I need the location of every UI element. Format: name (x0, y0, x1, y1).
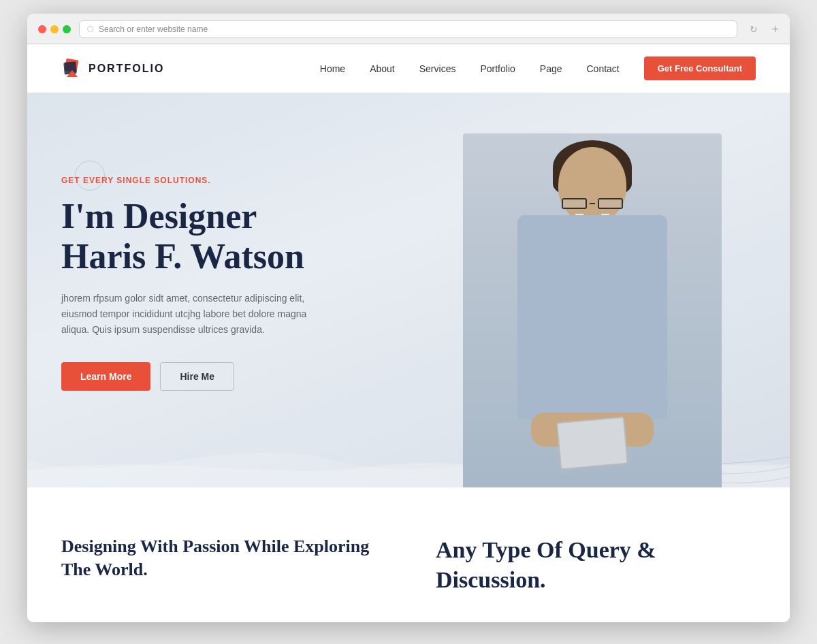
hero-title-line2: Haris F. Watson (61, 237, 304, 276)
learn-more-button[interactable]: Learn More (61, 362, 150, 391)
hero-title-line1: I'm Designer (61, 197, 257, 236)
below-left-title: Designing With Passion While Exploring T… (61, 535, 381, 581)
person-shirt (517, 215, 667, 419)
browser-window: Search or enter website name ↻ + PORTFOL… (27, 14, 790, 622)
search-icon (86, 25, 95, 33)
below-hero-section: Designing With Passion While Exploring T… (27, 487, 790, 622)
glass-bridge (590, 203, 594, 204)
below-right: Any Type Of Query & Discussion. (436, 535, 756, 595)
nav-services[interactable]: Services (419, 63, 456, 74)
nav-portfolio[interactable]: Portfolio (480, 63, 515, 74)
website: PORTFOLIO Home About Services Portfolio … (27, 44, 790, 622)
nav-contact[interactable]: Contact (587, 63, 620, 74)
logo-icon (61, 58, 83, 80)
logo: PORTFOLIO (61, 58, 164, 80)
browser-address-bar[interactable]: Search or enter website name (79, 20, 737, 38)
dot-yellow[interactable] (50, 25, 59, 33)
person-figure (463, 133, 722, 487)
person-tablet (556, 417, 628, 470)
hero-description: jhorem rfpsum golor sidt amet, consectet… (61, 291, 320, 338)
logo-text: PORTFOLIO (89, 63, 164, 75)
dot-red[interactable] (38, 25, 46, 33)
refresh-icon[interactable]: ↻ (750, 24, 758, 35)
address-text: Search or enter website name (99, 25, 208, 34)
browser-dots (38, 25, 71, 33)
nav-links: Home About Services Portfolio Page Conta… (320, 57, 756, 80)
below-left: Designing With Passion While Exploring T… (61, 535, 381, 595)
svg-point-0 (88, 27, 93, 32)
below-right-title: Any Type Of Query & Discussion. (436, 535, 756, 595)
hero-section: GET EVERY SINGLE SOLUTIONS. I'm Designer… (27, 93, 790, 487)
get-free-consultant-button[interactable]: Get Free Consultant (644, 57, 756, 80)
dot-green[interactable] (63, 25, 71, 33)
hero-person-image (449, 120, 735, 487)
nav-about[interactable]: About (370, 63, 395, 74)
glass-left (562, 198, 587, 209)
hero-title: I'm Designer Haris F. Watson (61, 196, 388, 278)
hire-me-button[interactable]: Hire Me (160, 362, 234, 391)
nav-home[interactable]: Home (320, 63, 345, 74)
person-head (558, 147, 626, 222)
new-tab-icon[interactable]: + (771, 23, 779, 35)
nav-page[interactable]: Page (540, 63, 562, 74)
navbar: PORTFOLIO Home About Services Portfolio … (27, 44, 790, 93)
hero-content: GET EVERY SINGLE SOLUTIONS. I'm Designer… (27, 135, 422, 446)
glass-right (598, 198, 623, 209)
hero-subtitle: GET EVERY SINGLE SOLUTIONS. (61, 176, 388, 185)
browser-chrome: Search or enter website name ↻ + (27, 14, 790, 44)
person-glasses (562, 197, 623, 210)
hero-buttons: Learn More Hire Me (61, 362, 388, 391)
